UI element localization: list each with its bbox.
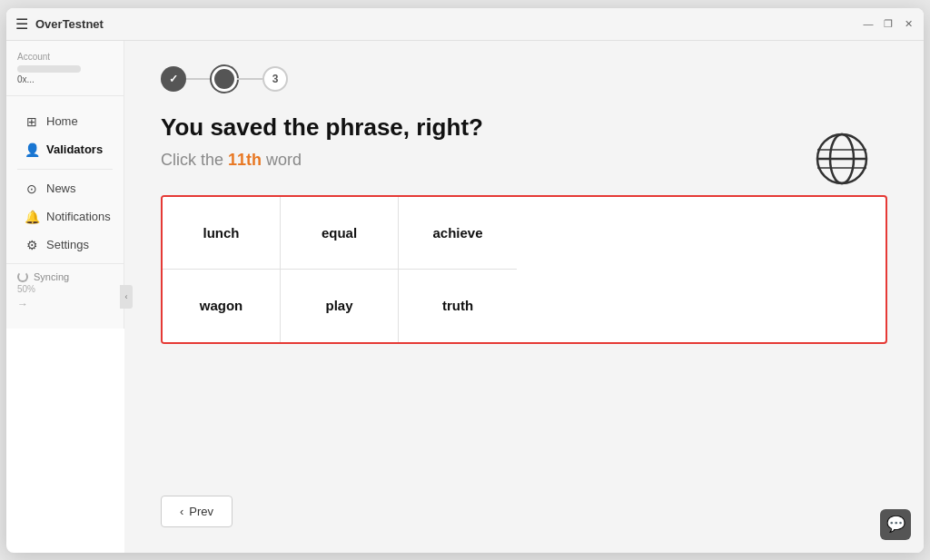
word-grid-container: lunch equal achieve wagon play truth [161,195,887,344]
globe-icon [815,132,869,186]
close-button[interactable]: ✕ [902,17,915,30]
sidebar-bottom: Syncing 50% → [6,263,124,318]
sidebar-divider-1 [17,169,113,170]
titlebar: ☰ OverTestnet — ❐ ✕ [6,8,924,41]
sidebar-arrow: → [17,298,113,310]
sidebar-item-settings-label: Settings [46,238,89,251]
account-label: Account [17,52,113,62]
word-grid: lunch equal achieve wagon play truth [163,197,885,342]
step-connector-1 [186,78,212,80]
account-bar [17,65,81,73]
question-title: You saved the phrase, right? [161,113,887,142]
prev-button[interactable]: ‹ Prev [161,496,232,527]
step-3-label: 3 [272,73,279,85]
sidebar-item-notifications-label: Notifications [46,210,111,223]
word-cell-1[interactable]: equal [281,197,399,270]
sidebar-collapse-button[interactable]: ‹ [120,285,133,309]
maximize-button[interactable]: ❐ [882,17,895,30]
subtitle-highlight: 11th [228,151,262,169]
sync-spinner-icon [17,271,28,282]
word-cell-0[interactable]: lunch [163,197,281,270]
subtitle-before: Click the [161,151,228,169]
step-1: ✓ [161,66,186,92]
validators-icon: 👤 [25,142,39,157]
step-3: 3 [262,66,288,92]
sidebar-item-notifications[interactable]: 🔔 Notifications [12,203,118,231]
syncing-label: Syncing [34,271,69,282]
app-title: OverTestnet [35,17,104,31]
app-window: ☰ OverTestnet — ❐ ✕ Account 0x... ⊞ Hom [6,8,924,553]
sidebar-item-home-label: Home [46,114,78,128]
subtitle-after: word [262,151,302,169]
step-1-label: ✓ [169,73,178,85]
sidebar-item-settings[interactable]: ⚙ Settings [12,231,118,259]
syncing-status: Syncing [17,271,113,282]
account-value: 0x... [17,74,113,84]
sidebar-item-home[interactable]: ⊞ Home [12,108,118,135]
settings-icon: ⚙ [25,238,39,252]
chat-button[interactable]: 💬 [880,509,911,540]
sidebar-wrapper: Account 0x... ⊞ Home 👤 Validators [6,41,124,553]
app-body: Account 0x... ⊞ Home 👤 Validators [6,41,924,553]
prev-label: Prev [189,505,213,518]
sidebar-item-validators[interactable]: 👤 Validators [12,136,118,163]
step-connector-2 [237,78,262,80]
word-cell-3[interactable]: wagon [163,270,281,342]
step-2 [212,66,237,92]
sidebar-item-validators-label: Validators [46,142,103,156]
news-icon: ⊙ [25,182,39,196]
notifications-icon: 🔔 [25,210,39,224]
main-content: ✓ 3 You saved the phrase, right? Click t… [124,41,924,553]
home-icon: ⊞ [25,114,39,129]
hamburger-menu-icon[interactable]: ☰ [15,15,28,33]
word-cell-2[interactable]: achieve [399,197,517,270]
chat-icon: 💬 [886,515,905,534]
word-cell-4[interactable]: play [281,270,399,342]
account-section: Account 0x... [6,52,124,96]
minimize-button[interactable]: — [862,17,875,30]
prev-icon: ‹ [180,505,183,518]
word-cell-5[interactable]: truth [399,270,517,342]
question-subtitle: Click the 11th word [161,151,887,170]
sidebar-nav: ⊞ Home 👤 Validators ⊙ News 🔔 Notifica [6,103,124,263]
sidebar-item-news-label: News [46,182,76,195]
sidebar-item-news[interactable]: ⊙ News [12,175,118,202]
stepper: ✓ 3 [161,66,887,92]
sidebar: Account 0x... ⊞ Home 👤 Validators [6,41,124,329]
syncing-percent: 50% [17,284,113,294]
window-controls: — ❐ ✕ [862,17,915,30]
